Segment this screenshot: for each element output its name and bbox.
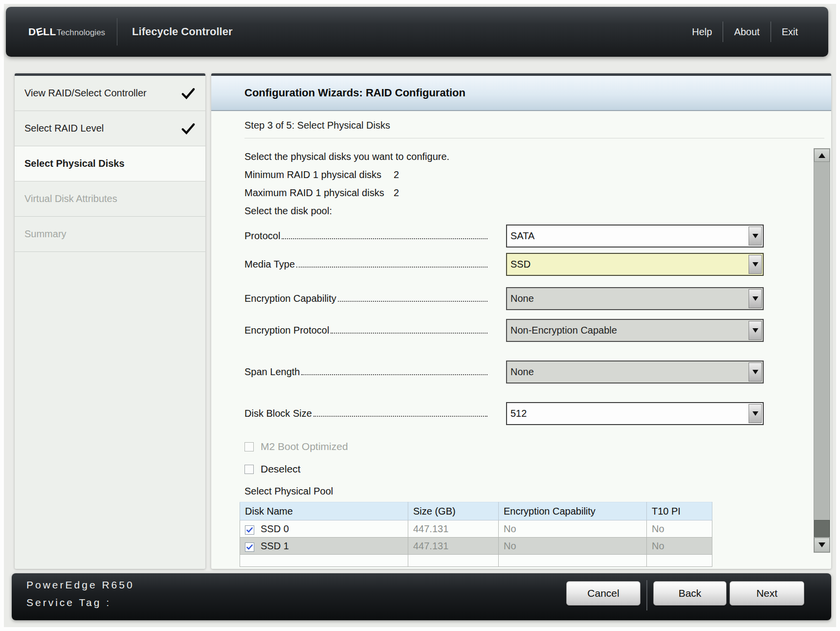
server-model: PowerEdge R650 <box>26 579 134 591</box>
chevron-down-icon[interactable] <box>749 404 762 423</box>
disk-pool-form: Protocol SATA Media Type SSD Encryption … <box>244 225 831 425</box>
disk-block-size-row: Disk Block Size 512 <box>244 402 831 425</box>
wizard-content: Select the physical disks you want to co… <box>211 138 831 567</box>
physical-disks-table: Disk Name Size (GB) Encryption Capabilit… <box>240 502 712 567</box>
top-menu: Help About Exit <box>681 22 809 42</box>
sidebar-item-virtual-disk-attributes: Virtual Disk Attributes <box>15 181 205 217</box>
table-empty-row <box>240 555 712 567</box>
dotted-leader <box>313 416 487 417</box>
table-row: SSD 1 447.131 No No <box>240 538 712 555</box>
disk-checkbox[interactable] <box>245 525 254 535</box>
media-type-select[interactable]: SSD <box>506 253 764 276</box>
disk-name: SSD 1 <box>261 541 289 551</box>
chevron-down-icon[interactable] <box>749 255 762 274</box>
protocol-row: Protocol SATA <box>244 225 831 248</box>
dell-logo: DELL Technologies <box>28 26 105 38</box>
span-length-label: Span Length <box>244 366 300 378</box>
service-tag: Service Tag : <box>26 597 111 608</box>
chevron-down-icon <box>749 321 762 340</box>
wizard-steps-sidebar: View RAID/Select Controller Select RAID … <box>15 73 205 569</box>
encryption-protocol-select: Non-Encryption Capable <box>506 319 764 342</box>
back-button[interactable]: Back <box>653 581 727 606</box>
col-size: Size (GB) <box>408 502 499 520</box>
disk-size: 447.131 <box>408 538 499 555</box>
span-length-select: None <box>506 361 764 383</box>
scroll-up-button[interactable] <box>814 149 830 162</box>
instruction-text: Select the physical disks you want to co… <box>244 151 831 162</box>
button-divider <box>646 580 647 610</box>
protocol-select[interactable]: SATA <box>506 225 764 248</box>
deselect-checkbox[interactable]: Deselect <box>244 463 831 475</box>
dell-logo-subtext: Technologies <box>57 28 105 38</box>
next-button[interactable]: Next <box>729 581 804 606</box>
table-header-row: Disk Name Size (GB) Encryption Capabilit… <box>240 502 712 520</box>
col-encryption-capability: Encryption Capability <box>499 502 647 520</box>
check-icon <box>181 86 196 101</box>
encryption-capability-label: Encryption Capability <box>244 293 336 304</box>
disk-pool-prompt: Select the disk pool: <box>244 205 831 217</box>
sidebar-item-select-raid-level[interactable]: Select RAID Level <box>15 111 205 146</box>
wizard-main-panel: Configuration Wizards: RAID Configuratio… <box>211 73 831 569</box>
max-disks-value: 2 <box>394 187 399 199</box>
help-link[interactable]: Help <box>681 23 723 42</box>
physical-pool-title: Select Physical Pool <box>244 486 831 497</box>
disk-checkbox[interactable] <box>245 542 254 552</box>
dotted-leader <box>301 374 487 375</box>
step-indicator: Step 3 of 5: Select Physical Disks <box>244 120 831 131</box>
m2-boot-optimized-checkbox: M2 Boot Optimized <box>244 441 831 452</box>
disk-block-size-label: Disk Block Size <box>244 408 312 419</box>
min-disks-value: 2 <box>394 169 399 180</box>
arrow-up-icon <box>818 153 825 158</box>
disk-size: 447.131 <box>408 520 499 538</box>
panel-header: Configuration Wizards: RAID Configuratio… <box>211 76 831 111</box>
check-icon <box>181 121 196 136</box>
about-link[interactable]: About <box>723 23 770 42</box>
arrow-down-icon <box>818 542 825 547</box>
scroll-down-button[interactable] <box>814 538 830 552</box>
col-disk-name: Disk Name <box>240 502 408 520</box>
protocol-label: Protocol <box>244 230 280 242</box>
max-disks-row: Maximum RAID 1 physical disks 2 <box>244 187 831 199</box>
disk-encryption: No <box>499 520 647 538</box>
page-title: Configuration Wizards: RAID Configuratio… <box>244 87 465 99</box>
sidebar-item-view-raid-select-controller[interactable]: View RAID/Select Controller <box>15 76 205 111</box>
disk-encryption: No <box>499 538 647 555</box>
checkbox-icon <box>244 442 254 451</box>
topbar-divider <box>117 18 117 45</box>
dell-logo-text: DELL <box>28 26 56 38</box>
encryption-capability-row: Encryption Capability None <box>244 287 831 310</box>
dotted-leader <box>338 301 487 302</box>
table-row: SSD 0 447.131 No No <box>240 520 712 538</box>
dotted-leader <box>282 238 487 239</box>
top-bar: DELL Technologies Lifecycle Controller H… <box>6 7 828 57</box>
media-type-row: Media Type SSD <box>244 253 831 276</box>
chevron-down-icon <box>749 289 762 308</box>
disk-block-size-select[interactable]: 512 <box>506 402 764 425</box>
encryption-protocol-row: Encryption Protocol Non-Encryption Capab… <box>244 319 831 342</box>
media-type-label: Media Type <box>244 259 295 270</box>
dotted-leader <box>331 333 487 334</box>
scrollbar-thumb[interactable] <box>814 520 830 537</box>
chevron-down-icon <box>749 362 762 382</box>
checkbox-icon[interactable] <box>244 465 254 474</box>
exit-link[interactable]: Exit <box>771 23 809 42</box>
bottom-bar: PowerEdge R650 Service Tag : Cancel Back… <box>12 573 831 620</box>
sidebar-item-select-physical-disks[interactable]: Select Physical Disks <box>15 146 205 181</box>
vertical-scrollbar[interactable] <box>814 148 830 553</box>
span-length-row: Span Length None <box>244 361 831 383</box>
disk-t10: No <box>647 520 712 538</box>
app-title: Lifecycle Controller <box>132 25 232 38</box>
chevron-down-icon[interactable] <box>749 226 762 246</box>
cancel-button[interactable]: Cancel <box>566 581 641 606</box>
encryption-capability-select: None <box>506 287 764 310</box>
option-checkboxes: M2 Boot Optimized Deselect <box>244 441 831 475</box>
encryption-protocol-label: Encryption Protocol <box>244 325 329 336</box>
max-disks-label: Maximum RAID 1 physical disks <box>244 187 394 199</box>
disk-t10: No <box>647 538 712 555</box>
min-disks-row: Minimum RAID 1 physical disks 2 <box>244 169 831 180</box>
min-disks-label: Minimum RAID 1 physical disks <box>244 169 394 180</box>
dotted-leader <box>296 267 487 268</box>
col-t10-pi: T10 PI <box>647 502 712 520</box>
sidebar-item-summary: Summary <box>15 217 205 252</box>
disk-name: SSD 0 <box>261 523 289 534</box>
